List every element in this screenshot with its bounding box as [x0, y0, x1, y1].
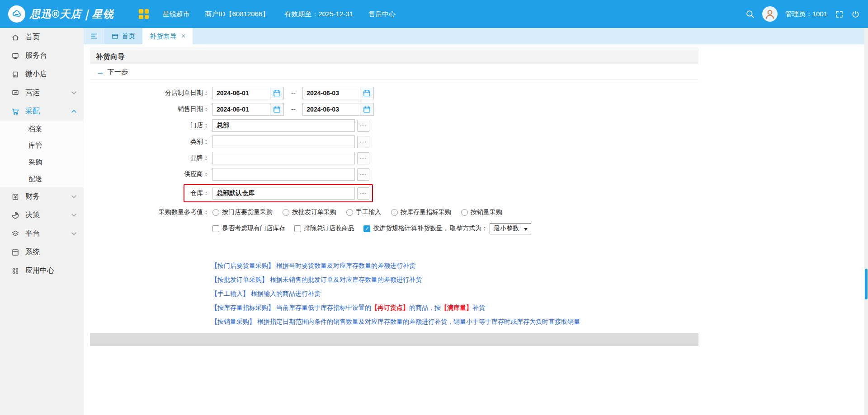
- close-tab-icon[interactable]: ×: [181, 33, 185, 40]
- app-grid-icon[interactable]: [139, 9, 149, 19]
- radio-store-demand[interactable]: 按门店要货量采购: [212, 208, 273, 216]
- checkbox-consider-store-stock[interactable]: 是否考虑现有门店库存: [212, 224, 285, 233]
- sales-date-to-input[interactable]: [303, 104, 360, 115]
- radio-icon: [391, 209, 398, 216]
- radio-icon: [212, 209, 219, 216]
- rounding-select[interactable]: 最小整数: [490, 223, 531, 234]
- order-date-to-input[interactable]: [303, 88, 360, 98]
- store-input[interactable]: [212, 119, 355, 132]
- chevron-down-icon: [71, 195, 76, 198]
- power-icon[interactable]: [851, 10, 860, 19]
- help-line: 【手工输入】 根据输入的商品进行补货: [211, 290, 698, 298]
- checkbox-purchase-spec[interactable]: 按进货规格计算补货数量，: [363, 224, 449, 233]
- sidebar-item-label: 系统: [25, 247, 40, 257]
- collapse-menu-icon[interactable]: [84, 28, 104, 44]
- tab-home[interactable]: 首页: [104, 28, 142, 44]
- tab-bar: 首页 补货向导 ×: [84, 28, 868, 44]
- sidebar: 首页 服务台 微小店 营运 采配 档案 库管 采购 配送 财务 决策 平台: [0, 28, 84, 415]
- calendar-button[interactable]: [270, 103, 283, 115]
- sidebar-item-service-desk[interactable]: 服务台: [0, 47, 84, 65]
- service-desk-icon: [11, 52, 19, 60]
- radio-icon: [346, 209, 353, 216]
- sidebar-item-label: 微小店: [25, 70, 47, 79]
- sidebar-item-finance[interactable]: 财务: [0, 187, 84, 206]
- scrollbar-thumb[interactable]: [865, 269, 868, 299]
- calendar-icon: [363, 89, 371, 97]
- store-lookup-button[interactable]: ···: [357, 120, 369, 132]
- help-line: 【按库存量指标采购】 当前库存量低于库存指标中设置的【再订货点】的商品，按【满库…: [211, 304, 698, 312]
- radio-sales-volume[interactable]: 按销量采购: [461, 208, 502, 216]
- brand-lookup-button[interactable]: ···: [357, 152, 369, 164]
- platform-icon: [11, 230, 19, 238]
- chevron-down-icon: [71, 91, 76, 94]
- radio-wholesale-order[interactable]: 按批发订单采购: [283, 208, 336, 216]
- help-line: 【按门店要货量采购】 根据当时要货数量及对应库存数量的差额进行补货: [211, 262, 698, 270]
- fullscreen-icon[interactable]: [835, 10, 844, 19]
- submenu-item-distribution[interactable]: 配送: [0, 171, 84, 187]
- submenu-item-warehouse-mgmt[interactable]: 库管: [0, 137, 84, 154]
- calendar-button[interactable]: [360, 103, 373, 115]
- admin-label[interactable]: 管理员：1001: [785, 10, 827, 19]
- radio-icon: [461, 209, 468, 216]
- calendar-icon: [273, 89, 281, 97]
- field-label: 品牌：: [90, 154, 212, 162]
- sidebar-item-system[interactable]: 系统: [0, 243, 84, 261]
- search-icon[interactable]: [745, 9, 755, 19]
- order-date-from-input[interactable]: [213, 88, 270, 98]
- avatar[interactable]: [762, 6, 778, 22]
- sidebar-item-app-center[interactable]: 应用中心: [0, 261, 84, 280]
- sidebar-item-micro-store[interactable]: 微小店: [0, 65, 84, 84]
- submenu-item-archives[interactable]: 档案: [0, 121, 84, 137]
- form-row-brand: 品牌： ···: [90, 152, 698, 164]
- field-label: 供应商：: [90, 170, 212, 178]
- sidebar-item-home[interactable]: 首页: [0, 28, 84, 47]
- chevron-up-icon: [71, 110, 76, 113]
- sidebar-item-decision[interactable]: 决策: [0, 206, 84, 224]
- radio-manual-input[interactable]: 手工输入: [346, 208, 381, 216]
- help-line: 【按批发订单采购】 根据未销售的批发订单及对应库存数量的差额进行补货: [211, 276, 698, 284]
- content-panel: 补货向导 → 下一步 分店制单日期： --: [90, 50, 698, 346]
- main-area: 首页 补货向导 × 补货向导 → 下一步 分店制单日期： --: [84, 28, 868, 415]
- warehouse-input[interactable]: [212, 187, 355, 200]
- sidebar-item-procurement[interactable]: 采配: [0, 102, 84, 121]
- after-sales-link[interactable]: 售后中心: [368, 10, 396, 19]
- date-input-group: [302, 103, 374, 116]
- calendar-button[interactable]: [270, 87, 283, 99]
- checkbox-icon: [294, 225, 301, 232]
- supplier-lookup-button[interactable]: ···: [357, 168, 369, 181]
- submenu-item-purchasing[interactable]: 采购: [0, 154, 84, 171]
- field-label: 仓库：: [187, 189, 212, 197]
- sidebar-item-label: 营运: [25, 88, 40, 98]
- sidebar-item-label: 采配: [25, 107, 40, 116]
- toolbar-row: → 下一步: [90, 64, 698, 80]
- sales-date-from-input[interactable]: [213, 104, 270, 115]
- sidebar-item-label: 服务台: [25, 51, 47, 61]
- warehouse-highlight-box: 仓库： ···: [184, 184, 373, 202]
- category-lookup-button[interactable]: ···: [357, 136, 369, 148]
- form-row-sales-date: 销售日期： --: [90, 103, 698, 116]
- tab-replenishment-wizard[interactable]: 补货向导 ×: [142, 28, 193, 44]
- micro-store-icon: [11, 70, 19, 79]
- home-icon: [11, 33, 19, 42]
- brand-input[interactable]: [212, 152, 355, 164]
- sidebar-item-platform[interactable]: 平台: [0, 224, 84, 243]
- sidebar-item-label: 财务: [25, 192, 40, 201]
- vertical-scrollbar[interactable]: [864, 28, 868, 415]
- topbar-right: 管理员：1001: [745, 6, 860, 22]
- store-name[interactable]: 星锐超市: [162, 10, 189, 19]
- form-row-category: 类别： ···: [90, 135, 698, 148]
- procurement-submenu: 档案 库管 采购 配送: [0, 121, 84, 187]
- validity-label: 有效期至：2025-12-31: [284, 10, 353, 19]
- warehouse-lookup-button[interactable]: ···: [357, 187, 369, 200]
- radio-stock-index[interactable]: 按库存量指标采购: [391, 208, 451, 216]
- calendar-button[interactable]: [360, 87, 373, 99]
- supplier-input[interactable]: [212, 168, 355, 181]
- checkbox-exclude-hq-ordered[interactable]: 排除总订店收商品: [294, 224, 354, 233]
- category-input[interactable]: [212, 135, 355, 148]
- app-center-icon: [11, 267, 19, 275]
- next-step-button[interactable]: 下一步: [108, 68, 128, 76]
- sidebar-item-operations[interactable]: 营运: [0, 84, 84, 102]
- date-input-group: [212, 87, 284, 99]
- checkbox-checked-icon: [363, 225, 370, 232]
- field-label: 分店制单日期：: [90, 89, 212, 97]
